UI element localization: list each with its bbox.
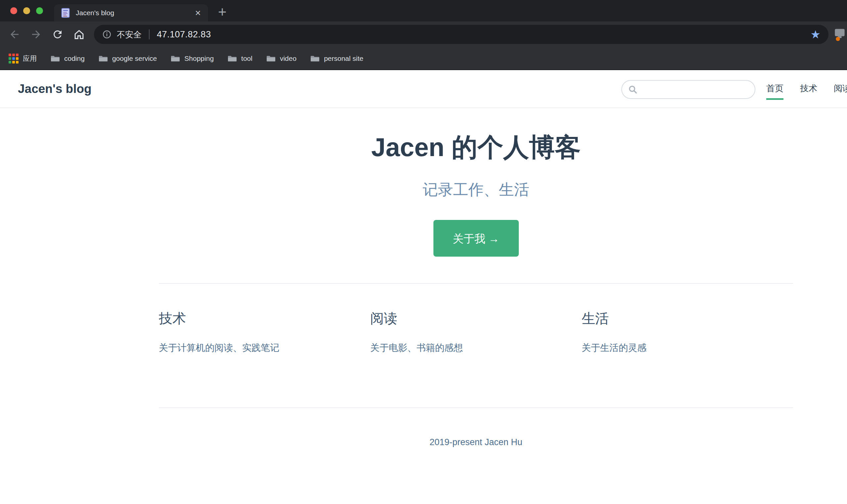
bookmark-folder-google-service[interactable]: google service	[99, 55, 157, 62]
home-icon[interactable]	[72, 28, 86, 41]
window-minimize-button[interactable]	[23, 7, 30, 14]
bookmark-star-icon[interactable]: ★	[811, 29, 820, 40]
bookmarks-bar: 应用 coding google service Shopping tool v…	[0, 47, 847, 70]
feature-title: 生活	[582, 309, 773, 327]
search-box[interactable]	[621, 80, 755, 99]
feature-title: 技术	[159, 309, 350, 327]
footer-divider	[159, 408, 793, 408]
folder-icon	[228, 55, 237, 62]
extension-icon[interactable]	[832, 27, 847, 42]
info-icon	[102, 30, 112, 39]
bookmark-folder-tool[interactable]: tool	[228, 55, 252, 62]
window-zoom-button[interactable]	[36, 7, 43, 14]
site-header: Jacen's blog 首页 技术 阅读	[0, 70, 847, 108]
hero-section: Jacen 的个人博客 记录工作、生活 关于我 →	[159, 108, 793, 257]
hero-subtitle: 记录工作、生活	[159, 180, 793, 199]
forward-icon[interactable]	[30, 28, 43, 41]
bookmark-folder-coding[interactable]: coding	[51, 55, 85, 62]
omnibox-separator	[149, 30, 149, 39]
apps-grid-icon	[8, 54, 19, 64]
features-section: 技术 关于计算机的阅读、实践笔记 阅读 关于电影、书籍的感想 生活 关于生活的灵…	[159, 284, 793, 355]
browser-toolbar: 不安全 47.107.82.83 ★	[0, 21, 847, 47]
feature-desc: 关于计算机的阅读、实践笔记	[159, 341, 350, 355]
window-close-button[interactable]	[10, 7, 17, 14]
bookmark-folder-shopping[interactable]: Shopping	[171, 55, 214, 62]
search-icon	[628, 85, 638, 94]
feature-desc: 关于生活的灵感	[582, 341, 773, 355]
feature-title: 阅读	[370, 309, 562, 327]
tab-title: Jacen's blog	[76, 9, 195, 17]
address-bar[interactable]: 不安全 47.107.82.83 ★	[94, 25, 828, 44]
home-content: Jacen 的个人博客 记录工作、生活 关于我 → 技术 关于计算机的阅读、实践…	[159, 108, 793, 448]
folder-icon	[266, 55, 276, 62]
tab-strip: Jacen's blog × +	[0, 0, 847, 21]
search-input[interactable]	[641, 85, 755, 94]
feature-life: 生活 关于生活的灵感	[582, 309, 793, 355]
window-controls	[10, 7, 43, 14]
nav-item-tech[interactable]: 技术	[800, 83, 817, 100]
about-me-button[interactable]: 关于我 →	[434, 220, 519, 257]
hero-title: Jacen 的个人博客	[159, 132, 793, 162]
url-text: 47.107.82.83	[157, 30, 211, 40]
bookmark-folder-personal-site[interactable]: personal site	[310, 55, 363, 62]
new-tab-button[interactable]: +	[218, 5, 227, 19]
tab-close-icon[interactable]: ×	[195, 8, 201, 18]
bookmark-folder-video[interactable]: video	[266, 55, 297, 62]
feature-reading: 阅读 关于电影、书籍的感想	[370, 309, 582, 355]
security-label: 不安全	[117, 29, 142, 40]
back-icon[interactable]	[8, 28, 21, 41]
folder-icon	[171, 55, 180, 62]
site-footer: 2019-present Jacen Hu	[159, 436, 793, 448]
folder-icon	[51, 55, 60, 62]
folder-icon	[99, 55, 108, 62]
security-chip[interactable]: 不安全	[102, 29, 142, 40]
nav-item-home[interactable]: 首页	[766, 83, 783, 100]
nav-item-reading[interactable]: 阅读	[834, 83, 847, 100]
site-nav: 首页 技术 阅读	[766, 83, 847, 100]
apps-label: 应用	[23, 54, 37, 63]
reload-icon[interactable]	[51, 28, 64, 41]
folder-icon	[310, 55, 320, 62]
apps-shortcut[interactable]: 应用	[8, 54, 37, 64]
browser-tab[interactable]: Jacen's blog ×	[54, 4, 208, 21]
feature-desc: 关于电影、书籍的感想	[370, 341, 562, 355]
site-logo[interactable]: Jacen's blog	[18, 82, 92, 96]
tab-favicon	[61, 8, 70, 18]
feature-tech: 技术 关于计算机的阅读、实践笔记	[159, 309, 370, 355]
